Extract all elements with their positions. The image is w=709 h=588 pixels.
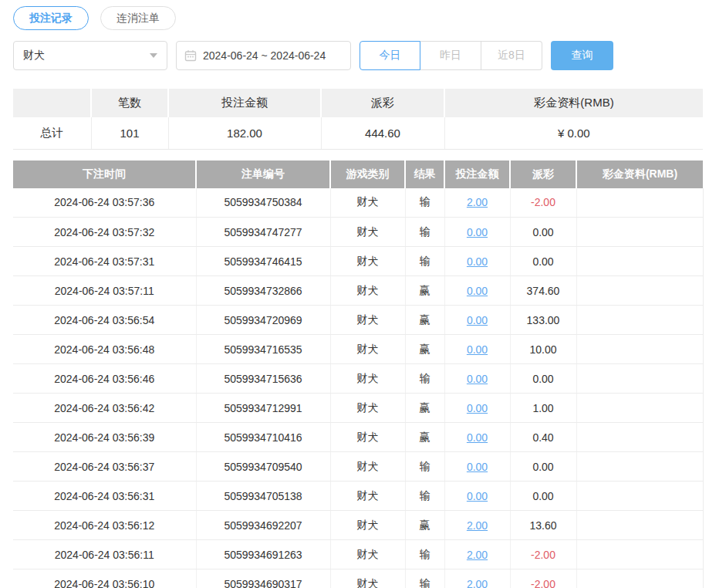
bet-amount-link[interactable]: 2.00: [467, 578, 488, 588]
bet-amount-link[interactable]: 2.00: [467, 196, 488, 208]
bet-amount-link[interactable]: 0.00: [467, 402, 488, 414]
cell-bonus: [576, 511, 703, 540]
cell-bet-amount: 0.00: [444, 276, 510, 306]
cell-result: 赢: [405, 335, 444, 364]
filter-toolbar: 财犬 2024-06-24 ~ 2024-06-24 今日 昨日 近8日 查询: [13, 41, 703, 70]
bet-amount-link[interactable]: 0.00: [467, 373, 488, 385]
cell-order-number: 5059934747277: [196, 218, 330, 247]
summary-header-bet-amount: 投注金额: [168, 89, 321, 117]
bet-amount-link[interactable]: 0.00: [467, 461, 488, 473]
summary-header-row: 笔数 投注金额 派彩 彩金资料(RMB): [13, 89, 703, 117]
search-button[interactable]: 查询: [551, 41, 613, 70]
header-bet-time: 下注时间: [13, 161, 196, 188]
cell-bonus: [576, 218, 703, 247]
table-row: 2024-06-24 03:57:115059934732866财犬赢0.003…: [13, 276, 703, 306]
table-row: 2024-06-24 03:57:315059934746415财犬输0.000…: [13, 247, 703, 276]
cell-bet-amount: 0.00: [444, 247, 510, 276]
cell-result: 赢: [405, 276, 444, 306]
today-button[interactable]: 今日: [360, 41, 420, 70]
table-row: 2024-06-24 03:56:105059934690317财犬输2.00-…: [13, 569, 703, 588]
cell-payout: -2.00: [510, 188, 576, 218]
cell-bet-amount: 0.00: [444, 218, 510, 247]
tab-betting-records[interactable]: 投注记录: [13, 6, 89, 30]
cell-game-type: 财犬: [330, 511, 405, 540]
cell-payout: 0.00: [510, 482, 576, 511]
cell-bet-time: 2024-06-24 03:56:48: [13, 335, 196, 364]
summary-header-payout: 派彩: [321, 89, 444, 117]
records-table: 下注时间 注单编号 游戏类别 结果 投注金额 派彩 彩金资料(RMB) 2024…: [13, 161, 704, 588]
cell-bonus: [576, 482, 703, 511]
cell-bet-amount: 0.00: [444, 364, 510, 394]
header-payout: 派彩: [510, 161, 576, 188]
table-row: 2024-06-24 03:56:465059934715636财犬输0.000…: [13, 364, 703, 394]
bet-amount-link[interactable]: 0.00: [467, 343, 488, 356]
table-row: 2024-06-24 03:56:375059934709540财犬输0.000…: [13, 452, 703, 482]
cell-bet-time: 2024-06-24 03:56:42: [13, 394, 196, 423]
bet-amount-link[interactable]: 2.00: [467, 519, 488, 532]
table-row: 2024-06-24 03:57:365059934750384财犬输2.00-…: [13, 188, 703, 218]
bet-amount-link[interactable]: 0.00: [467, 255, 488, 268]
cell-game-type: 财犬: [330, 569, 405, 588]
cell-game-type: 财犬: [330, 306, 405, 335]
cell-game-type: 财犬: [330, 247, 405, 276]
table-row: 2024-06-24 03:56:115059934691263财犬输2.00-…: [13, 540, 703, 569]
quick-range-group: 今日 昨日 近8日: [360, 41, 542, 70]
bet-amount-link[interactable]: 0.00: [467, 431, 488, 444]
summary-total-bonus: ¥ 0.00: [444, 117, 703, 149]
cell-bonus: [576, 306, 703, 335]
summary-total-count: 101: [91, 117, 168, 149]
cell-bonus: [576, 247, 703, 276]
records-table-body: 2024-06-24 03:57:365059934750384财犬输2.00-…: [13, 188, 703, 588]
bet-amount-link[interactable]: 0.00: [467, 490, 488, 502]
cell-order-number: 5059934750384: [196, 188, 330, 218]
summary-total-label: 总计: [13, 117, 91, 149]
cell-result: 赢: [405, 306, 444, 335]
cell-bet-amount: 2.00: [444, 188, 510, 218]
cell-game-type: 财犬: [330, 218, 405, 247]
cell-result: 输: [405, 364, 444, 394]
cell-bonus: [576, 569, 703, 588]
cell-result: 输: [405, 218, 444, 247]
cell-bet-time: 2024-06-24 03:57:36: [13, 188, 196, 218]
date-range-value: 2024-06-24 ~ 2024-06-24: [203, 49, 326, 62]
top-tabs: 投注记录 连消注单: [13, 6, 703, 30]
cell-payout: 0.00: [510, 247, 576, 276]
header-game-type: 游戏类别: [330, 161, 405, 188]
tab-cancelled-orders[interactable]: 连消注单: [100, 6, 176, 30]
cell-result: 输: [405, 482, 444, 511]
bet-amount-link[interactable]: 0.00: [467, 285, 488, 297]
date-range-input[interactable]: 2024-06-24 ~ 2024-06-24: [176, 41, 351, 70]
cell-bet-amount: 2.00: [444, 540, 510, 569]
game-select-value: 财犬: [23, 49, 45, 63]
cell-order-number: 5059934705138: [196, 482, 330, 511]
bet-amount-link[interactable]: 2.00: [467, 549, 488, 561]
last-8-days-button[interactable]: 近8日: [481, 41, 542, 70]
cell-bonus: [576, 188, 703, 218]
records-header-row: 下注时间 注单编号 游戏类别 结果 投注金额 派彩 彩金资料(RMB): [13, 161, 703, 188]
cell-bet-time: 2024-06-24 03:56:54: [13, 306, 196, 335]
cell-order-number: 5059934746415: [196, 247, 330, 276]
cell-bet-amount: 0.00: [444, 335, 510, 364]
table-row: 2024-06-24 03:56:395059934710416财犬赢0.000…: [13, 423, 703, 452]
header-bonus: 彩金资料(RMB): [576, 161, 703, 188]
cell-order-number: 5059934720969: [196, 306, 330, 335]
bet-amount-link[interactable]: 0.00: [467, 314, 488, 326]
cell-payout: 13.60: [510, 511, 576, 540]
cell-game-type: 财犬: [330, 394, 405, 423]
summary-header-bonus: 彩金资料(RMB): [444, 89, 703, 117]
cell-order-number: 5059934691263: [196, 540, 330, 569]
cell-bonus: [576, 335, 703, 364]
cell-game-type: 财犬: [330, 423, 405, 452]
summary-header-count: 笔数: [91, 89, 168, 117]
cell-order-number: 5059934709540: [196, 452, 330, 482]
yesterday-button[interactable]: 昨日: [420, 41, 481, 70]
game-select[interactable]: 财犬: [13, 41, 167, 70]
cell-payout: 133.00: [510, 306, 576, 335]
cell-order-number: 5059934732866: [196, 276, 330, 306]
cell-order-number: 5059934710416: [196, 423, 330, 452]
bet-amount-link[interactable]: 0.00: [467, 226, 488, 238]
cell-bet-amount: 0.00: [444, 306, 510, 335]
cell-bet-time: 2024-06-24 03:56:46: [13, 364, 196, 394]
cell-payout: -2.00: [510, 569, 576, 588]
cell-game-type: 财犬: [330, 335, 405, 364]
